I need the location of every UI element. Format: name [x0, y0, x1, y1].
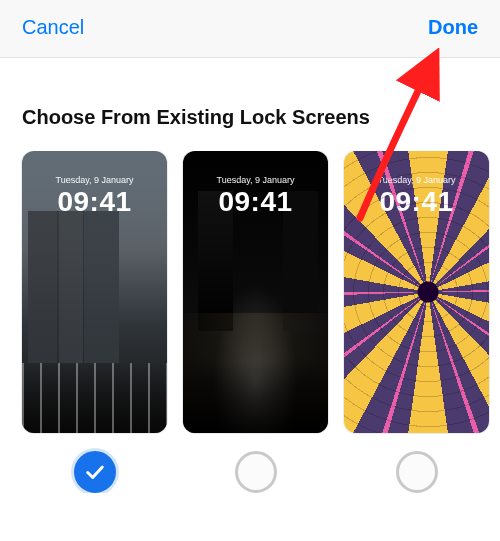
thumbnail-date: Tuesday, 9 January: [344, 175, 489, 185]
lock-screen-thumbnail-dark-street[interactable]: Tuesday, 9 January 09:41: [183, 151, 328, 433]
lock-screen-option: Tuesday, 9 January 09:41: [344, 151, 489, 493]
lock-screen-thumbnail-emoji-spiral[interactable]: Tuesday, 9 January 09:41: [344, 151, 489, 433]
selection-radio[interactable]: [396, 451, 438, 493]
section-title: Choose From Existing Lock Screens: [0, 58, 500, 151]
selection-radio[interactable]: [235, 451, 277, 493]
thumbnail-time: 09:41: [22, 186, 167, 218]
lock-screen-thumbnail-city[interactable]: Tuesday, 9 January 09:41: [22, 151, 167, 433]
done-button[interactable]: Done: [428, 16, 478, 39]
navigation-bar: Cancel Done: [0, 0, 500, 58]
lock-screen-option: Tuesday, 9 January 09:41: [22, 151, 167, 493]
cancel-button[interactable]: Cancel: [22, 16, 84, 39]
thumbnail-date: Tuesday, 9 January: [183, 175, 328, 185]
selection-radio-selected[interactable]: [74, 451, 116, 493]
thumbnail-date: Tuesday, 9 January: [22, 175, 167, 185]
lock-screen-option: Tuesday, 9 January 09:41: [183, 151, 328, 493]
thumbnail-time: 09:41: [183, 186, 328, 218]
thumbnail-time: 09:41: [344, 186, 489, 218]
lock-screen-options: Tuesday, 9 January 09:41 Tuesday, 9 Janu…: [0, 151, 500, 493]
checkmark-icon: [84, 461, 106, 483]
